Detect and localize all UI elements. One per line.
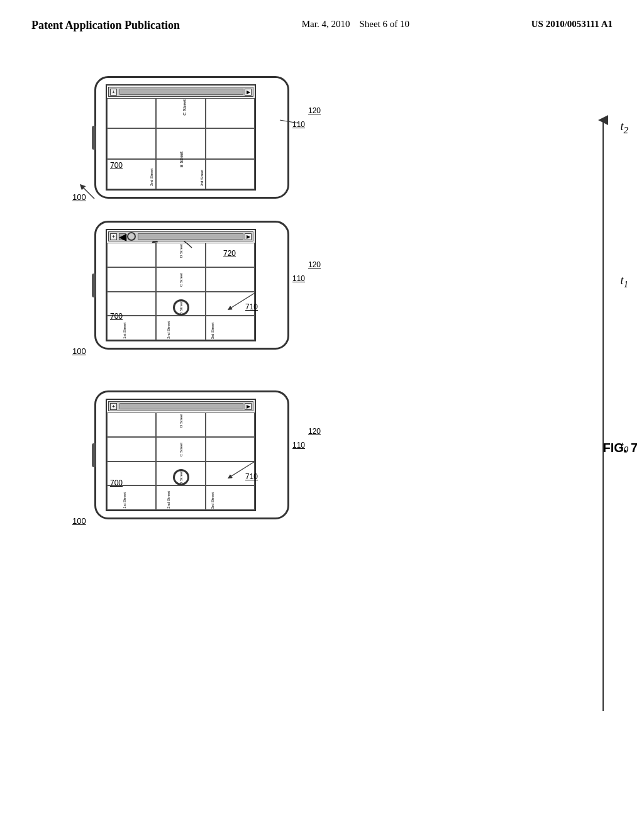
- svg-line-1: [280, 120, 299, 123]
- address-input-bot[interactable]: [119, 403, 243, 409]
- device-bottom: + ▶ D Street C: [94, 390, 289, 519]
- street-1st-mid: 1st Street: [123, 323, 126, 339]
- address-btn[interactable]: ▶: [245, 89, 252, 96]
- street-1st-bot: 1st Street: [123, 492, 126, 509]
- street-2nd-mid: 2nd Street: [167, 321, 170, 339]
- svg-line-0: [82, 186, 94, 199]
- label-120-bot: 120: [308, 427, 321, 436]
- page-header: Patent Application Publication Mar. 4, 2…: [0, 0, 644, 38]
- screen-bottom: + ▶ D Street C: [106, 399, 256, 511]
- screen-top: + ▶ C Street B Street 2nd St: [106, 84, 256, 191]
- main-content: + ▶ C Street B Street 2nd St: [0, 38, 644, 805]
- street-b-top: B Street: [179, 152, 184, 167]
- label-120-mid: 120: [308, 260, 321, 269]
- swipe-gesture: [135, 226, 211, 257]
- arrow-710-bot: [223, 458, 261, 484]
- cell: [156, 485, 205, 510]
- arrow-100-top: [75, 183, 101, 202]
- cell: [206, 412, 255, 437]
- map-marker-mid: [173, 299, 189, 316]
- street-c-mid: C Street: [179, 273, 183, 287]
- label-700-mid: 700: [110, 312, 123, 321]
- street-2nd-bot: 2nd Street: [167, 491, 170, 509]
- device-middle: + ◀ ▶: [94, 221, 289, 350]
- cell: [206, 437, 255, 462]
- address-btn-mid[interactable]: ▶: [245, 233, 252, 240]
- address-plus[interactable]: +: [110, 89, 117, 96]
- cell: [206, 98, 255, 128]
- label-720-mid: 720: [223, 249, 236, 258]
- svg-line-3: [230, 293, 255, 309]
- address-bar-mid: + ◀ ▶: [108, 231, 253, 241]
- touch-circle-addr: [127, 232, 136, 241]
- time-t2: t2: [620, 120, 628, 136]
- cell: [107, 412, 156, 437]
- time-t0: t0: [620, 440, 628, 455]
- label-120-top: 120: [308, 106, 321, 115]
- vertical-arrow: [594, 114, 613, 743]
- address-input[interactable]: [119, 89, 243, 95]
- label-700-top: 700: [110, 161, 123, 170]
- street-c-top: C Street: [182, 99, 187, 116]
- street-3rd-top: 3rd Street: [200, 170, 204, 186]
- label-110-bot: 110: [292, 441, 305, 450]
- label-100-mid: 100: [72, 346, 86, 356]
- address-plus-mid[interactable]: +: [110, 233, 117, 240]
- cell: [107, 267, 156, 292]
- cell: [107, 128, 156, 158]
- cell: [107, 437, 156, 462]
- label-700-bot: 700: [110, 479, 123, 487]
- arrow-110-top: [277, 114, 302, 130]
- back-btn-mid[interactable]: ◀: [119, 233, 126, 240]
- label-110-mid: 110: [292, 274, 305, 283]
- street-d-bot: D Street: [179, 414, 183, 428]
- cell: [156, 98, 205, 128]
- address-input-mid[interactable]: [138, 233, 243, 240]
- header-center: Mar. 4, 2010 Sheet 6 of 10: [302, 19, 409, 30]
- svg-line-4: [230, 462, 255, 477]
- cell: [156, 316, 205, 340]
- address-btn-bot[interactable]: ▶: [245, 403, 252, 410]
- map-marker-bot: [173, 469, 189, 485]
- device-top: + ▶ C Street B Street 2nd St: [94, 76, 289, 199]
- street-2nd-top: 2nd Street: [150, 169, 153, 186]
- time-t1: t1: [620, 274, 628, 290]
- cell: [107, 485, 156, 510]
- address-plus-bot[interactable]: +: [110, 403, 117, 410]
- cell: [206, 267, 255, 292]
- cell: [206, 159, 255, 189]
- address-bar-top: + ▶: [108, 87, 253, 97]
- map-grid-top: [107, 98, 255, 189]
- header-right: US 2010/0053111 A1: [531, 19, 613, 30]
- side-button-top: [92, 126, 96, 150]
- cell: [206, 128, 255, 158]
- label-100-bot: 100: [72, 516, 86, 526]
- arrow-710: [223, 290, 261, 315]
- street-c-bot: C Street: [179, 443, 183, 456]
- side-button-bot: [92, 443, 96, 467]
- side-button-mid: [92, 274, 96, 297]
- street-3rd-bot: 3rd Street: [211, 492, 214, 509]
- header-left: Patent Application Publication: [31, 19, 180, 32]
- address-bar-bot: + ▶: [108, 401, 253, 411]
- street-3rd-mid: 3rd Street: [211, 323, 214, 339]
- cell: [107, 98, 156, 128]
